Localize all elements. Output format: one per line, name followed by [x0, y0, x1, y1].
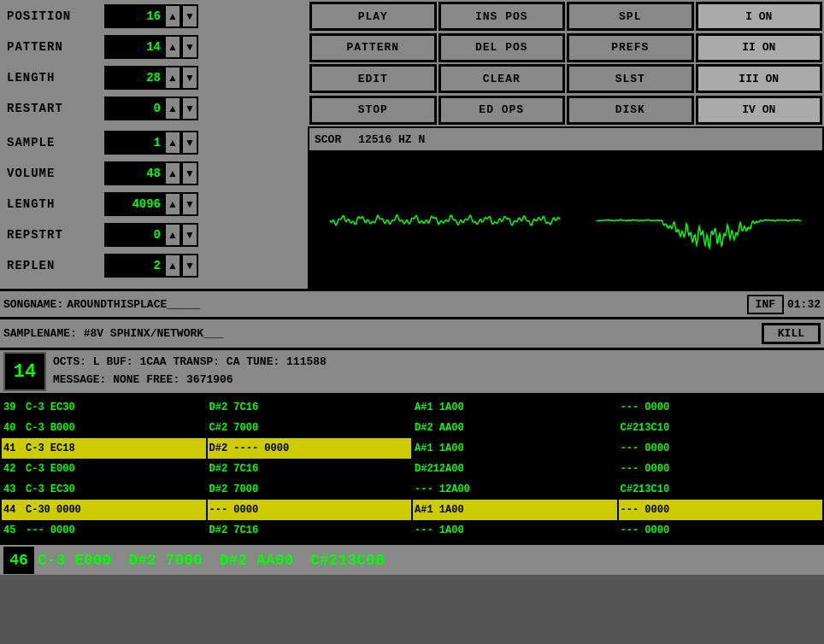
- pattern-value: 14: [104, 35, 164, 59]
- row-data: C#213C10: [621, 422, 821, 434]
- row-data: C-3 B000: [26, 422, 204, 434]
- position-down[interactable]: ▼: [181, 4, 198, 28]
- row-data: --- 0000: [621, 504, 821, 516]
- ins-pos-button[interactable]: INS POS: [438, 2, 566, 31]
- inf-button[interactable]: INF: [747, 295, 784, 314]
- replen-up[interactable]: ▲: [164, 254, 181, 278]
- pattern-label: PATTERN: [2, 40, 104, 54]
- pattern-row: C#2 7000: [208, 418, 412, 438]
- score-label: SCOR: [315, 133, 341, 146]
- row-data: --- 12A00: [415, 483, 615, 495]
- pattern-row: 45--- 0000: [2, 520, 206, 541]
- replen-row: REPLEN 2 ▲ ▼: [2, 251, 306, 280]
- length-row: LENGTH 28 ▲ ▼: [2, 63, 306, 92]
- pattern-row: --- 0000: [619, 500, 823, 520]
- pattern-row: 39C-3 EC30: [2, 397, 206, 418]
- sample-name-row: SAMPLENAME: #8V SPHINX/NETWORK___ KILL: [0, 319, 824, 350]
- stop-button[interactable]: STOP: [309, 96, 437, 125]
- replen-down[interactable]: ▼: [181, 254, 198, 278]
- slst-button[interactable]: SLST: [567, 64, 694, 93]
- position-label: POSITION: [2, 9, 104, 23]
- pattern-row: PATTERN 14 ▲ ▼: [2, 32, 306, 61]
- sample-length-label: LENGTH: [2, 197, 104, 211]
- disk-button[interactable]: DISK: [567, 96, 694, 125]
- on1-indicator[interactable]: I ON: [696, 2, 823, 31]
- row-data: C-3 EC30: [26, 483, 204, 495]
- play-button[interactable]: PLAY: [309, 2, 437, 31]
- row-data: C-3 E000: [26, 463, 204, 475]
- del-pos-button[interactable]: DEL POS: [438, 33, 566, 62]
- pattern-down[interactable]: ▼: [181, 35, 198, 59]
- clear-button[interactable]: CLEAR: [438, 64, 566, 93]
- pattern-row: 41C-3 EC18: [2, 438, 206, 459]
- pattern-button[interactable]: PATTERN: [309, 33, 437, 62]
- current-col3: D#2 AA00: [220, 552, 293, 569]
- length-value: 28: [104, 66, 164, 90]
- volume-row: VOLUME 48 ▲ ▼: [2, 159, 306, 188]
- slength-down[interactable]: ▼: [181, 192, 198, 216]
- on4-indicator[interactable]: IV ON: [696, 96, 823, 125]
- row-data: D#2 7C16: [209, 524, 410, 536]
- pattern-row: --- 0000: [619, 459, 823, 479]
- row-number: 40: [3, 422, 26, 434]
- pattern-details: OCTS: L BUF: 1CAA TRANSP: CA TUNE: 11158…: [53, 354, 821, 389]
- on2-indicator[interactable]: II ON: [696, 33, 823, 62]
- pattern-up[interactable]: ▲: [164, 35, 181, 59]
- volume-down[interactable]: ▼: [181, 161, 198, 185]
- kill-button[interactable]: KILL: [762, 323, 821, 344]
- sample-row: SAMPLE 1 ▲ ▼: [2, 128, 306, 157]
- pattern-row: --- 0000: [208, 500, 412, 520]
- row-data: C#213C10: [621, 483, 821, 495]
- repstrt-up[interactable]: ▲: [164, 223, 181, 247]
- volume-value: 48: [104, 161, 164, 185]
- edit-button[interactable]: EDIT: [309, 64, 437, 93]
- volume-up[interactable]: ▲: [164, 161, 181, 185]
- repstrt-down[interactable]: ▼: [181, 223, 198, 247]
- position-up[interactable]: ▲: [164, 4, 181, 28]
- pattern-row: 44C-30 0000: [2, 500, 206, 520]
- pattern-row: D#2 7000: [208, 479, 412, 500]
- pattern-column-1: D#2 7C16C#2 7000D#2 ---- 0000D#2 7C16D#2…: [208, 397, 412, 541]
- pattern-row: 42C-3 E000: [2, 459, 206, 479]
- row-data: A#1 1A00: [415, 504, 615, 516]
- song-time: 01:32: [787, 298, 821, 311]
- sample-label: SAMPLE: [2, 136, 104, 149]
- sample-display: SCOR 12516 HZ N: [308, 126, 824, 289]
- pattern-row: 40C-3 B000: [2, 418, 206, 438]
- row-number: 43: [3, 483, 26, 495]
- row-data: D#2 AA00: [415, 422, 615, 434]
- row-data: C-30 0000: [26, 504, 204, 516]
- current-col2: D#2 7000: [128, 552, 202, 569]
- pattern-row: D#2 ---- 0000: [208, 438, 412, 459]
- length-up[interactable]: ▲: [164, 66, 181, 90]
- prefs-button[interactable]: PREFS: [567, 33, 694, 62]
- restart-down[interactable]: ▼: [181, 97, 198, 120]
- pattern-row: --- 12A00: [413, 479, 617, 500]
- position-value: 16: [104, 4, 164, 28]
- sample-length-value: 4096: [104, 192, 164, 216]
- spl-button[interactable]: SPL: [567, 2, 694, 31]
- row-data: --- 0000: [209, 504, 410, 516]
- row-data: A#1 1A00: [415, 442, 615, 454]
- songname-value: AROUNDTHISPLACE_____: [67, 298, 743, 311]
- pattern-row: D#2 7C16: [208, 520, 412, 541]
- pattern-row: D#212A00: [413, 459, 617, 479]
- repstrt-value: 0: [104, 223, 164, 247]
- length-down[interactable]: ▼: [181, 66, 198, 90]
- on3-indicator[interactable]: III ON: [696, 64, 823, 93]
- row-data: C#2 7000: [209, 422, 410, 434]
- pattern-column-3: --- 0000C#213C10--- 0000--- 0000C#213C10…: [619, 397, 823, 541]
- pattern-row: D#2 7C16: [208, 397, 412, 418]
- sample-up[interactable]: ▲: [164, 131, 181, 155]
- waveform-right: [597, 161, 802, 280]
- replen-label: REPLEN: [2, 259, 104, 272]
- samplename-value: #8V SPHINX/NETWORK___: [84, 327, 224, 340]
- sample-down[interactable]: ▼: [181, 131, 198, 155]
- ed-ops-button[interactable]: ED OPS: [438, 96, 566, 125]
- pattern-grid: 39C-3 EC3040C-3 B00041C-3 EC1842C-3 E000…: [0, 395, 824, 542]
- row-data: A#1 1A00: [415, 401, 615, 413]
- replen-value: 2: [104, 254, 164, 278]
- restart-up[interactable]: ▲: [164, 97, 181, 120]
- waveform-display: [308, 152, 824, 289]
- slength-up[interactable]: ▲: [164, 192, 181, 216]
